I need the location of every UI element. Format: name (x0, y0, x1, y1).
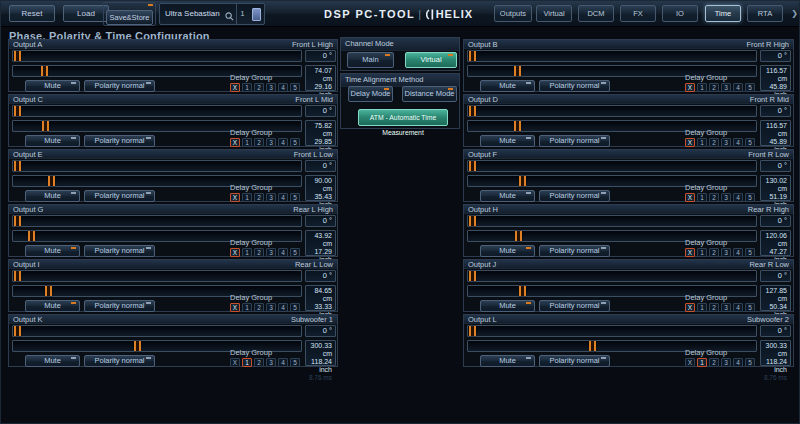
phase-slider-handle[interactable] (469, 161, 476, 171)
delay-group-4[interactable]: 4 (733, 138, 743, 147)
phase-value-field[interactable]: 0 ° (760, 270, 791, 282)
delay-group-1[interactable]: 1 (697, 248, 707, 257)
delay-group-5[interactable]: 5 (290, 358, 300, 367)
delay-group-3[interactable]: 3 (266, 83, 276, 92)
mute-button[interactable]: Mute (480, 300, 535, 312)
delay-group-x[interactable]: X (685, 83, 695, 92)
atm-button[interactable]: ATM - Automatic Time Measurement (358, 109, 448, 126)
delay-cm-value[interactable]: 300.33 cm (761, 342, 787, 358)
delay-group-4[interactable]: 4 (733, 358, 743, 367)
delay-group-2[interactable]: 2 (254, 248, 264, 257)
channel-mode-virtual-button[interactable]: Virtual (405, 52, 457, 68)
delay-value-box[interactable]: 90.00 cm 35.43 inch 2.62 ms (305, 175, 336, 201)
delay-group-x[interactable]: X (685, 248, 695, 257)
phase-slider-handle[interactable] (14, 106, 21, 116)
delay-group-x[interactable]: X (685, 358, 695, 367)
delay-group-x[interactable]: X (230, 193, 240, 202)
delay-group-3[interactable]: 3 (266, 358, 276, 367)
nav-tab-fx[interactable]: FX (620, 5, 656, 22)
delay-group-4[interactable]: 4 (733, 193, 743, 202)
phase-slider[interactable] (12, 160, 302, 172)
delay-group-4[interactable]: 4 (733, 83, 743, 92)
polarity-button[interactable]: Polarity normal (539, 80, 610, 92)
phase-value-field[interactable]: 0 ° (760, 325, 791, 337)
channel-mode-main-button[interactable]: Main (347, 52, 394, 68)
reset-button[interactable]: Reset (9, 5, 55, 22)
document-icon[interactable] (252, 8, 261, 21)
delay-group-4[interactable]: 4 (733, 248, 743, 257)
delay-group-2[interactable]: 2 (709, 83, 719, 92)
delay-slider-handle[interactable] (515, 231, 522, 241)
delay-group-x[interactable]: X (230, 138, 240, 147)
search-icon[interactable] (225, 9, 234, 29)
phase-slider-handle[interactable] (14, 161, 21, 171)
delay-cm-value[interactable]: 74.07 cm (306, 67, 332, 83)
delay-cm-value[interactable]: 120.06 cm (761, 232, 787, 248)
phase-slider-handle[interactable] (14, 216, 21, 226)
profile-field[interactable]: Ultra Sebastian 1 (159, 3, 265, 25)
delay-group-x[interactable]: X (685, 193, 695, 202)
phase-slider-handle[interactable] (469, 216, 476, 226)
delay-group-1[interactable]: 1 (697, 83, 707, 92)
phase-slider[interactable] (467, 215, 757, 227)
delay-group-3[interactable]: 3 (721, 193, 731, 202)
phase-slider[interactable] (467, 325, 757, 337)
polarity-button[interactable]: Polarity normal (539, 190, 610, 202)
delay-group-2[interactable]: 2 (254, 193, 264, 202)
delay-group-3[interactable]: 3 (721, 83, 731, 92)
delay-value-box[interactable]: 130.02 cm 51.19 inch 3.79 ms (760, 175, 791, 201)
delay-group-5[interactable]: 5 (745, 358, 755, 367)
delay-value-box[interactable]: 127.85 cm 50.34 inch 3.73 ms (760, 285, 791, 311)
polarity-button[interactable]: Polarity normal (84, 245, 155, 257)
mute-button[interactable]: Mute (480, 355, 535, 367)
delay-cm-value[interactable]: 127.85 cm (761, 287, 787, 303)
delay-inch-value[interactable]: 118.24 inch (761, 358, 787, 374)
profile-count-stepper[interactable]: 1 (236, 4, 248, 24)
nav-tab-outputs[interactable]: Outputs (494, 5, 532, 22)
delay-cm-value[interactable]: 130.02 cm (761, 177, 787, 193)
delay-cm-value[interactable]: 116.57 cm (761, 67, 787, 83)
delay-group-5[interactable]: 5 (290, 138, 300, 147)
delay-group-5[interactable]: 5 (290, 83, 300, 92)
delay-slider-handle[interactable] (48, 176, 55, 186)
mute-button[interactable]: Mute (25, 300, 80, 312)
delay-cm-value[interactable]: 75.82 cm (306, 122, 332, 138)
phase-value-field[interactable]: 0 ° (305, 270, 336, 282)
distance-mode-button[interactable]: Distance Mode (402, 86, 457, 102)
nav-more-arrow[interactable]: ❯ (791, 9, 798, 18)
polarity-button[interactable]: Polarity normal (84, 190, 155, 202)
delay-group-2[interactable]: 2 (254, 83, 264, 92)
polarity-button[interactable]: Polarity normal (84, 135, 155, 147)
mute-button[interactable]: Mute (25, 80, 80, 92)
phase-slider[interactable] (12, 105, 302, 117)
mute-button[interactable]: Mute (25, 135, 80, 147)
delay-group-4[interactable]: 4 (278, 358, 288, 367)
delay-value-box[interactable]: 75.82 cm 29.85 inch 2.21 ms (305, 120, 336, 146)
polarity-button[interactable]: Polarity normal (539, 300, 610, 312)
delay-group-4[interactable]: 4 (278, 138, 288, 147)
phase-value-field[interactable]: 0 ° (305, 325, 336, 337)
delay-group-3[interactable]: 3 (721, 358, 731, 367)
phase-value-field[interactable]: 0 ° (305, 50, 336, 62)
delay-group-x[interactable]: X (230, 303, 240, 312)
phase-slider[interactable] (12, 50, 302, 62)
polarity-button[interactable]: Polarity normal (539, 355, 610, 367)
delay-slider-handle[interactable] (589, 341, 596, 351)
mute-button[interactable]: Mute (25, 190, 80, 202)
delay-inch-value[interactable]: 118.24 inch (306, 358, 332, 374)
phase-value-field[interactable]: 0 ° (305, 215, 336, 227)
delay-group-1[interactable]: 1 (697, 138, 707, 147)
delay-value-box[interactable]: 43.92 cm 17.29 inch 1.28 ms (305, 230, 336, 256)
phase-slider-handle[interactable] (469, 106, 476, 116)
phase-slider[interactable] (12, 325, 302, 337)
delay-cm-value[interactable]: 84.65 cm (306, 287, 332, 303)
phase-value-field[interactable]: 0 ° (760, 50, 791, 62)
delay-value-box[interactable]: 116.57 cm 45.89 inch 3.40 ms (760, 65, 791, 91)
phase-slider[interactable] (467, 270, 757, 282)
polarity-button[interactable]: Polarity normal (84, 355, 155, 367)
delay-cm-value[interactable]: 300.33 cm (306, 342, 332, 358)
delay-group-5[interactable]: 5 (745, 138, 755, 147)
delay-group-1[interactable]: 1 (242, 193, 252, 202)
polarity-button[interactable]: Polarity normal (539, 135, 610, 147)
delay-group-5[interactable]: 5 (290, 248, 300, 257)
